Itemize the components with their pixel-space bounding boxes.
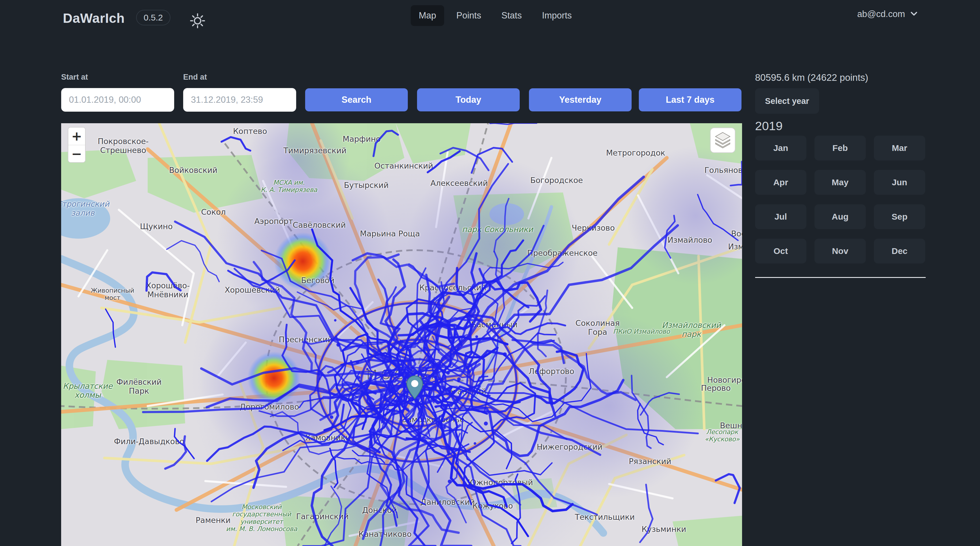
- month-may-button[interactable]: May: [815, 170, 866, 195]
- layers-control[interactable]: [710, 128, 735, 153]
- layers-icon: [714, 131, 732, 150]
- tab-imports[interactable]: Imports: [534, 5, 580, 26]
- nav-tabs: MapPointsStatsImports: [411, 5, 580, 26]
- month-jun-button[interactable]: Jun: [874, 170, 925, 195]
- user-email: ab@cd.com: [857, 9, 905, 19]
- month-mar-button[interactable]: Mar: [874, 136, 925, 160]
- map-zoom-control: + −: [68, 127, 86, 163]
- month-apr-button[interactable]: Apr: [755, 170, 807, 195]
- tab-points[interactable]: Points: [448, 5, 489, 26]
- today-button[interactable]: Today: [417, 88, 520, 112]
- month-dec-button[interactable]: Dec: [874, 239, 925, 263]
- month-sep-button[interactable]: Sep: [874, 204, 925, 229]
- month-jan-button[interactable]: Jan: [755, 136, 807, 160]
- zoom-out-button[interactable]: −: [68, 145, 85, 162]
- tab-map[interactable]: Map: [411, 5, 444, 26]
- search-button[interactable]: Search: [305, 88, 408, 112]
- sun-icon: [189, 26, 206, 30]
- zoom-in-button[interactable]: +: [68, 128, 85, 145]
- version-badge: 0.5.2: [136, 10, 170, 26]
- month-jul-button[interactable]: Jul: [755, 204, 807, 229]
- yesterday-button[interactable]: Yesterday: [529, 88, 632, 112]
- distance-stats: 80595.6 km (24622 points): [755, 72, 869, 83]
- map[interactable]: КоптевоПокровское- СтрешневоТимирязевски…: [61, 123, 742, 546]
- start-at-label: Start at: [61, 73, 88, 81]
- month-aug-button[interactable]: Aug: [815, 204, 866, 229]
- user-menu[interactable]: ab@cd.com: [857, 9, 919, 20]
- location-marker-pin[interactable]: [406, 375, 424, 401]
- last-7-days-button[interactable]: Last 7 days: [639, 88, 741, 112]
- months-grid: JanFebMarAprMayJunJulAugSepOctNovDec: [755, 136, 925, 263]
- chevron-down-icon: [909, 9, 919, 20]
- month-nov-button[interactable]: Nov: [815, 239, 866, 263]
- year-heading: 2019: [755, 119, 783, 133]
- sidebar-divider: [755, 277, 926, 278]
- month-feb-button[interactable]: Feb: [815, 136, 866, 160]
- theme-toggle[interactable]: [189, 12, 206, 29]
- start-at-input[interactable]: [61, 88, 174, 112]
- select-year-button[interactable]: Select year: [755, 88, 819, 114]
- end-at-input[interactable]: [183, 88, 296, 112]
- end-at-label: End at: [183, 73, 207, 81]
- navbar: DaWarIch 0.5.2 MapPointsStatsImports ab@…: [0, 0, 980, 35]
- tab-stats[interactable]: Stats: [493, 5, 530, 26]
- month-oct-button[interactable]: Oct: [755, 239, 807, 263]
- app-logo: DaWarIch: [63, 10, 124, 26]
- gps-tracks-layer: [61, 123, 742, 546]
